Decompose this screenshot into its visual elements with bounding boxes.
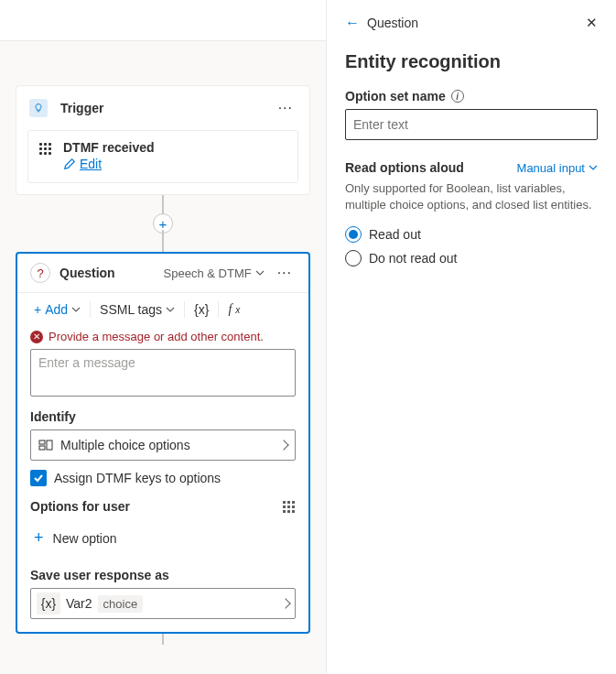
assign-dtmf-checkbox[interactable]: [30, 470, 47, 486]
separator: [218, 301, 219, 318]
error-icon: ✕: [30, 331, 43, 343]
error-text: Provide a message or add other content.: [49, 330, 264, 343]
save-variable-type: choice: [98, 595, 144, 613]
authoring-canvas: Trigger ··· DTMF received Edit + ? Quest…: [0, 0, 326, 674]
variable-icon: {x}: [37, 592, 60, 614]
formula-button[interactable]: fx: [224, 300, 243, 319]
radio-noread-label: Do not read out: [369, 251, 458, 266]
panel-back-button[interactable]: ← Question: [345, 15, 418, 31]
trigger-event-text: DTMF received Edit: [63, 140, 155, 173]
trigger-event-title: DTMF received: [63, 140, 155, 155]
read-aloud-heading: Read options aloud: [345, 160, 464, 175]
trigger-event-row[interactable]: DTMF received Edit: [27, 130, 298, 183]
chevron-down-icon: [71, 305, 81, 314]
add-button[interactable]: + Add: [30, 300, 84, 319]
question-node[interactable]: ? Question Speech & DTMF ··· + Add SSML …: [16, 252, 310, 634]
svg-rect-2: [47, 440, 52, 450]
radio-unselected-icon[interactable]: [345, 250, 362, 266]
canvas-topbar: [0, 0, 326, 41]
assign-dtmf-row[interactable]: Assign DTMF keys to options: [17, 470, 308, 499]
read-aloud-header: Read options aloud Manual input: [345, 160, 598, 175]
radio-read-out[interactable]: Read out: [345, 223, 598, 246]
new-option-button[interactable]: + New option: [17, 523, 308, 568]
question-mark-icon: ?: [30, 263, 50, 283]
check-icon: [33, 473, 44, 484]
properties-panel: ← Question ✕ Entity recognition Option s…: [326, 0, 616, 674]
plus-icon: +: [34, 528, 44, 548]
info-icon[interactable]: i: [451, 90, 464, 103]
separator: [90, 301, 91, 318]
options-heading: Options for user: [30, 499, 130, 514]
arrow-left-icon: ←: [345, 15, 360, 31]
reorder-icon[interactable]: [283, 501, 296, 513]
question-more-icon[interactable]: ···: [274, 265, 296, 281]
read-aloud-hint: Only supported for Boolean, list variabl…: [345, 180, 598, 213]
drag-handle-icon[interactable]: [39, 143, 52, 155]
panel-header: ← Question ✕: [345, 9, 598, 37]
save-variable-name: Var2: [66, 596, 92, 611]
question-title: Question: [59, 266, 155, 280]
connector-line: [162, 634, 164, 645]
chevron-right-icon: [278, 440, 288, 450]
option-set-label: Option set name i: [345, 89, 598, 103]
save-variable-picker[interactable]: {x} Var2 choice: [30, 588, 296, 619]
options-header: Options for user: [17, 499, 308, 523]
identify-label: Identify: [17, 409, 308, 424]
assign-dtmf-label: Assign DTMF keys to options: [54, 471, 221, 485]
identify-value: Multiple choice options: [60, 438, 273, 452]
ssml-tags-button[interactable]: SSML tags: [96, 300, 178, 319]
lightbulb-icon: [29, 99, 48, 117]
chevron-right-icon: [280, 598, 290, 608]
question-mode-label: Speech & DTMF: [164, 266, 252, 280]
question-header: ? Question Speech & DTMF ···: [17, 254, 308, 292]
message-toolbar: + Add SSML tags {x} fx: [17, 292, 308, 326]
trigger-edit-link[interactable]: Edit: [63, 157, 102, 171]
chevron-down-icon: [166, 305, 175, 314]
identify-picker[interactable]: Multiple choice options: [30, 429, 296, 461]
read-mode-dropdown[interactable]: Manual input: [517, 161, 598, 175]
chevron-down-icon: [255, 268, 265, 277]
radio-selected-icon[interactable]: [345, 226, 362, 243]
radio-read-label: Read out: [369, 227, 421, 242]
panel-close-button[interactable]: ✕: [586, 15, 598, 31]
question-mode-dropdown[interactable]: Speech & DTMF: [164, 266, 265, 280]
trigger-title: Trigger: [60, 101, 275, 115]
insert-variable-button[interactable]: {x}: [190, 300, 212, 319]
trigger-node[interactable]: Trigger ··· DTMF received Edit: [16, 85, 310, 195]
trigger-edit-label: Edit: [80, 157, 102, 171]
save-response-label: Save user response as: [17, 568, 308, 582]
chevron-down-icon: [589, 163, 598, 172]
pencil-icon: [63, 158, 76, 170]
trigger-header: Trigger ···: [16, 86, 309, 130]
panel-crumb: Question: [367, 16, 418, 30]
panel-title: Entity recognition: [345, 51, 598, 72]
option-set-input[interactable]: [345, 109, 598, 140]
svg-rect-0: [39, 440, 45, 444]
trigger-more-icon[interactable]: ···: [275, 100, 297, 116]
message-input[interactable]: Enter a message: [30, 349, 296, 397]
connector-line: [162, 230, 164, 252]
options-icon: [38, 438, 53, 452]
new-option-label: New option: [53, 531, 117, 546]
validation-error: ✕ Provide a message or add other content…: [17, 326, 308, 349]
separator: [184, 301, 185, 318]
svg-rect-1: [39, 446, 45, 450]
radio-do-not-read[interactable]: Do not read out: [345, 246, 598, 270]
